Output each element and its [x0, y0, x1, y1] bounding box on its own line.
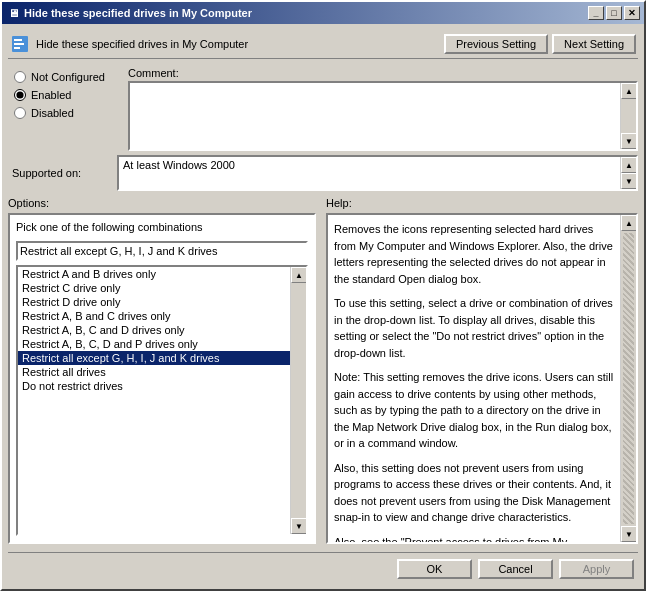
top-section: Not Configured Enabled Disabled — [8, 67, 638, 191]
title-bar-left: 🖥 Hide these specified drives in My Comp… — [6, 6, 252, 20]
next-setting-button[interactable]: Next Setting — [552, 34, 636, 54]
header-policy-icon — [10, 34, 30, 54]
help-title: Help: — [326, 197, 638, 209]
comment-input[interactable] — [130, 83, 620, 149]
list-scroll-up[interactable]: ▲ — [291, 267, 307, 283]
radio-enabled[interactable]: Enabled — [14, 89, 122, 101]
drive-dropdown[interactable]: Restrict all except G, H, I, J and K dri… — [16, 241, 308, 261]
list-item[interactable]: Restrict all except G, H, I, J and K dri… — [18, 351, 290, 365]
list-item[interactable]: Restrict A, B and C drives only — [18, 309, 290, 323]
supported-value: At least Windows 2000 — [119, 157, 620, 189]
apply-button[interactable]: Apply — [559, 559, 634, 579]
help-scroll-thumb — [623, 233, 634, 524]
dropdown-container: Restrict all except G, H, I, J and K dri… — [16, 241, 308, 261]
list-content: Restrict A and B drives onlyRestrict C d… — [18, 267, 290, 534]
list-item[interactable]: Restrict D drive only — [18, 295, 290, 309]
title-bar-controls: _ □ ✕ — [588, 6, 640, 20]
comment-scroll-down[interactable]: ▼ — [621, 133, 637, 149]
list-item[interactable]: Restrict A, B, C and D drives only — [18, 323, 290, 337]
supported-label: Supported on: — [12, 167, 117, 179]
content-area: Hide these specified drives in My Comput… — [2, 24, 644, 589]
list-item[interactable]: Do not restrict drives — [18, 379, 290, 393]
comment-label: Comment: — [128, 67, 638, 79]
bottom-section: Options: Pick one of the following combi… — [8, 197, 638, 544]
list-item[interactable]: Restrict C drive only — [18, 281, 290, 295]
header-row: Hide these specified drives in My Comput… — [8, 30, 638, 59]
help-paragraph: Also, see the "Prevent access to drives … — [334, 534, 614, 543]
main-body: Not Configured Enabled Disabled — [8, 67, 638, 544]
list-item[interactable]: Restrict A and B drives only — [18, 267, 290, 281]
radio-disabled-input[interactable] — [14, 107, 26, 119]
list-container: Restrict A and B drives onlyRestrict C d… — [16, 265, 308, 536]
options-panel: Options: Pick one of the following combi… — [8, 197, 320, 544]
comment-scrollbar: ▲ ▼ — [620, 83, 636, 149]
supported-box: At least Windows 2000 ▲ ▼ — [117, 155, 638, 191]
list-item[interactable]: Restrict A, B, C, D and P drives only — [18, 337, 290, 351]
list-scrollbar: ▲ ▼ — [290, 267, 306, 534]
header-subtitle: Hide these specified drives in My Comput… — [36, 38, 248, 50]
maximize-button[interactable]: □ — [606, 6, 622, 20]
comment-scroll-up[interactable]: ▲ — [621, 83, 637, 99]
help-text-area: Removes the icons representing selected … — [328, 215, 620, 542]
options-box: Pick one of the following combinations R… — [8, 213, 316, 544]
help-scroll-up[interactable]: ▲ — [621, 215, 637, 231]
minimize-button[interactable]: _ — [588, 6, 604, 20]
previous-setting-button[interactable]: Previous Setting — [444, 34, 548, 54]
comment-scroll-track — [621, 99, 636, 133]
radio-not-configured-label: Not Configured — [31, 71, 105, 83]
footer: OK Cancel Apply — [8, 552, 638, 583]
supported-value-container: At least Windows 2000 ▲ ▼ — [117, 155, 638, 191]
help-scroll-down[interactable]: ▼ — [621, 526, 637, 542]
comment-box: ▲ ▼ — [128, 81, 638, 151]
radio-group: Not Configured Enabled Disabled — [8, 67, 128, 151]
header-buttons: Previous Setting Next Setting — [444, 34, 636, 54]
options-title: Options: — [8, 197, 316, 209]
help-paragraph: Removes the icons representing selected … — [334, 221, 614, 287]
header-left: Hide these specified drives in My Comput… — [10, 34, 248, 54]
supported-scroll-up[interactable]: ▲ — [621, 157, 637, 173]
help-paragraph: Also, this setting does not prevent user… — [334, 460, 614, 526]
window-icon: 🖥 — [6, 6, 20, 20]
radio-not-configured[interactable]: Not Configured — [14, 71, 122, 83]
title-bar: 🖥 Hide these specified drives in My Comp… — [2, 2, 644, 24]
main-window: 🖥 Hide these specified drives in My Comp… — [0, 0, 646, 591]
supported-section: Supported on: At least Windows 2000 ▲ ▼ — [8, 155, 638, 191]
supported-scroll-down[interactable]: ▼ — [621, 173, 637, 189]
help-paragraph: Note: This setting removes the drive ico… — [334, 369, 614, 452]
help-scrollbar: ▲ ▼ — [620, 215, 636, 542]
comment-section: Comment: ▲ ▼ — [128, 67, 638, 151]
svg-rect-3 — [14, 47, 20, 49]
list-scroll-track — [291, 283, 306, 518]
list-item[interactable]: Restrict all drives — [18, 365, 290, 379]
supported-scrollbar: ▲ ▼ — [620, 157, 636, 189]
help-paragraph: To use this setting, select a drive or c… — [334, 295, 614, 361]
radio-disabled[interactable]: Disabled — [14, 107, 122, 119]
help-container: Removes the icons representing selected … — [326, 213, 638, 544]
radio-not-configured-input[interactable] — [14, 71, 26, 83]
options-description: Pick one of the following combinations — [16, 221, 308, 233]
cancel-button[interactable]: Cancel — [478, 559, 553, 579]
close-button[interactable]: ✕ — [624, 6, 640, 20]
svg-rect-2 — [14, 43, 24, 45]
radio-disabled-label: Disabled — [31, 107, 74, 119]
window-title: Hide these specified drives in My Comput… — [24, 7, 252, 19]
radio-enabled-label: Enabled — [31, 89, 71, 101]
ok-button[interactable]: OK — [397, 559, 472, 579]
help-panel: Help: Removes the icons representing sel… — [326, 197, 638, 544]
svg-rect-1 — [14, 39, 22, 41]
list-scroll-down[interactable]: ▼ — [291, 518, 307, 534]
radio-enabled-input[interactable] — [14, 89, 26, 101]
